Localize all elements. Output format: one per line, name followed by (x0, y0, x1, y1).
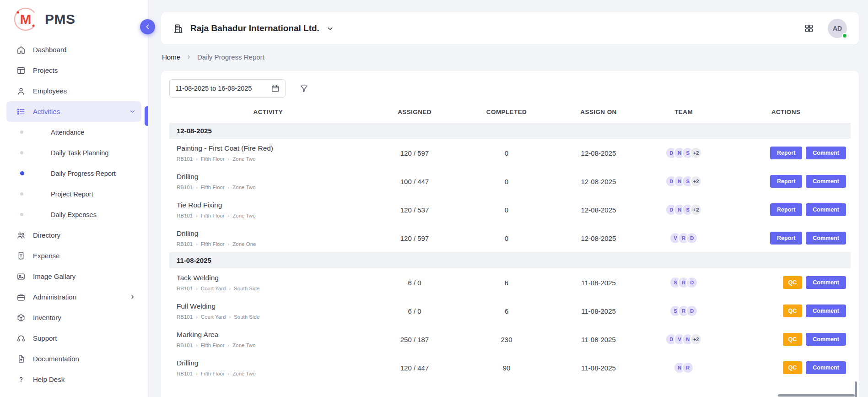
chevron-right-icon: › (196, 314, 198, 320)
completed-value: 0 (462, 139, 551, 167)
report-button[interactable]: Report (770, 232, 802, 245)
activity-row: DrillingRB101›Fifth Floor›Zone Two120 / … (169, 353, 851, 382)
inventory-icon (16, 313, 26, 322)
sidebar-submenu: AttendanceDaily Task PlanningDaily Progr… (6, 122, 141, 225)
row-actions: QCComment (724, 276, 848, 289)
chevron-right-icon (129, 294, 136, 300)
completed-value: 0 (462, 167, 551, 196)
activity-location: RB101›Fifth Floor›Zone Two (177, 343, 362, 348)
sidebar-item-inventory[interactable]: Inventory (6, 307, 141, 328)
activity-name: Painting - First Coat (Fire Red) (177, 144, 362, 152)
sidebar-item-projects[interactable]: Projects (6, 60, 141, 81)
assign-on-date: 11-08-2025 (551, 325, 646, 353)
active-item-indicator (145, 106, 148, 126)
comment-button[interactable]: Comment (806, 232, 846, 245)
sidebar-item-image-gallary[interactable]: Image Gallary (6, 266, 141, 287)
comment-button[interactable]: Comment (806, 305, 846, 317)
sidebar-subitem-attendance[interactable]: Attendance (6, 122, 141, 142)
sidebar-item-activities[interactable]: Activities (6, 101, 141, 122)
chevron-right-icon: › (196, 185, 198, 190)
sidebar-item-dashboard[interactable]: Dashboard (6, 39, 141, 60)
report-button[interactable]: Report (770, 147, 802, 159)
qc-button[interactable]: QC (783, 333, 803, 346)
comment-button[interactable]: Comment (806, 203, 846, 216)
assigned-value: 120 / 447 (367, 353, 462, 382)
app-logo[interactable]: M PMS (0, 0, 148, 37)
sidebar-subitem-project-report[interactable]: Project Report (6, 184, 141, 204)
completed-value: 6 (462, 297, 551, 325)
sidebar-subitem-daily-progress-report[interactable]: Daily Progress Report (6, 163, 141, 184)
team-member-avatar: R (682, 362, 694, 374)
team-member-avatar: D (686, 232, 698, 244)
online-status-dot (842, 33, 847, 38)
chevron-right-icon: › (196, 156, 198, 162)
sidebar-subitem-label: Daily Expenses (51, 211, 97, 218)
vertical-scrollbar[interactable] (855, 381, 857, 397)
row-actions: QCComment (724, 361, 848, 374)
sidebar-collapse-button[interactable] (140, 19, 155, 34)
qc-button[interactable]: QC (783, 276, 803, 289)
sidebar-item-label: Inventory (33, 314, 136, 321)
activity-row: DrillingRB101›Fifth Floor›Zone One120 / … (169, 224, 851, 252)
sidebar-subitem-label: Daily Task Planning (51, 149, 108, 157)
date-group-row: 11-08-2025 (169, 252, 851, 268)
logo-letter: M (20, 11, 32, 27)
row-actions: ReportComment (724, 147, 848, 159)
chevron-right-icon: › (229, 286, 231, 291)
filter-icon[interactable] (299, 84, 309, 93)
sidebar-item-administration[interactable]: Administration (6, 287, 141, 307)
company-selector[interactable]: Raja Bahadur International Ltd. (173, 23, 334, 34)
assigned-value: 6 / 0 (367, 297, 462, 325)
sidebar-item-employees[interactable]: Employees (6, 81, 141, 101)
documentation-icon (16, 354, 26, 364)
app-name: PMS (45, 11, 75, 27)
chevron-right-icon: › (228, 343, 230, 348)
sidebar-item-directory[interactable]: Directory (6, 225, 141, 245)
qc-button[interactable]: QC (783, 361, 803, 374)
sidebar-subitem-daily-task-planning[interactable]: Daily Task Planning (6, 142, 141, 163)
chevron-down-icon (326, 25, 334, 33)
row-actions: QCComment (724, 333, 848, 346)
apps-grid-icon[interactable] (804, 23, 814, 33)
comment-button[interactable]: Comment (806, 276, 846, 289)
team-avatars: SRD (649, 305, 718, 317)
sidebar-item-label: Help Desk (33, 375, 136, 383)
report-button[interactable]: Report (770, 203, 802, 216)
assign-on-date: 12-08-2025 (551, 224, 646, 252)
location-segment: RB101 (177, 286, 193, 291)
sidebar-item-help-desk[interactable]: Help Desk (6, 369, 141, 390)
activity-name: Tack Welding (177, 274, 362, 282)
comment-button[interactable]: Comment (806, 175, 846, 188)
group-date: 12-08-2025 (169, 123, 851, 139)
breadcrumb-home[interactable]: Home (162, 53, 180, 61)
column-header-completed: COMPLETED (462, 104, 551, 123)
date-group-row: 12-08-2025 (169, 123, 851, 139)
qc-button[interactable]: QC (783, 305, 803, 317)
sidebar-item-documentation[interactable]: Documentation (6, 348, 141, 369)
horizontal-scrollbar[interactable] (778, 394, 855, 397)
location-segment: Court Yard (201, 314, 226, 320)
date-range-input[interactable]: 11-08-2025 to 16-08-2025 (169, 79, 286, 98)
report-button[interactable]: Report (770, 175, 802, 188)
column-header-assign-on: ASSIGN ON (551, 104, 646, 123)
assigned-value: 100 / 447 (367, 167, 462, 196)
dashboard-icon (16, 45, 26, 54)
sidebar-item-label: Documentation (33, 355, 136, 363)
support-icon (16, 334, 26, 343)
comment-button[interactable]: Comment (806, 333, 846, 346)
completed-value: 90 (462, 353, 551, 382)
team-avatars: DNS+2 (649, 175, 718, 187)
activity-location: RB101›Court Yard›South Side (177, 314, 362, 320)
sidebar-item-expense[interactable]: Expense (6, 245, 141, 266)
sidebar-item-support[interactable]: Support (6, 328, 141, 348)
location-segment: Fifth Floor (201, 156, 225, 162)
row-actions: ReportComment (724, 232, 848, 245)
comment-button[interactable]: Comment (806, 361, 846, 374)
team-avatars: NR (649, 362, 718, 374)
comment-button[interactable]: Comment (806, 147, 846, 159)
sidebar-subitem-daily-expenses[interactable]: Daily Expenses (6, 204, 141, 225)
administration-icon (16, 293, 26, 302)
activity-name: Drilling (177, 229, 362, 238)
user-avatar[interactable]: AD (828, 19, 847, 38)
location-segment: RB101 (177, 314, 193, 320)
